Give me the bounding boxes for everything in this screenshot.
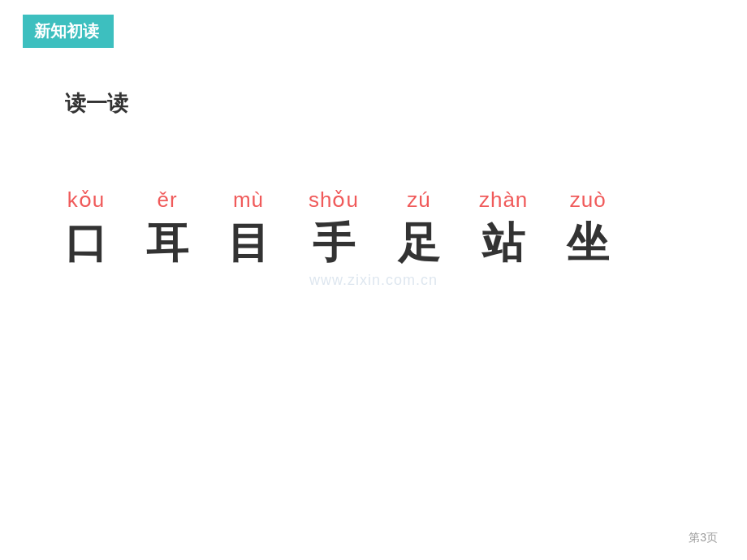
pinyin-6: zuò — [570, 187, 607, 214]
hanzi-5: 站 — [482, 218, 525, 268]
char-item-4: zú足 — [398, 187, 440, 268]
page-number: 第3页 — [689, 531, 718, 545]
pinyin-1: ěr — [157, 187, 177, 214]
char-item-2: mù目 — [227, 187, 270, 268]
pinyin-4: zú — [407, 187, 430, 214]
hanzi-1: 耳 — [146, 218, 188, 268]
character-list: kǒu口ěr耳mù目shǒu手zú足zhàn站zuò坐 — [65, 187, 609, 268]
hanzi-6: 坐 — [567, 218, 609, 268]
section-title: 读一读 — [65, 89, 128, 118]
pinyin-5: zhàn — [479, 187, 528, 214]
hanzi-4: 足 — [398, 218, 440, 268]
header-badge: 新知初读 — [23, 15, 114, 48]
pinyin-0: kǒu — [67, 187, 105, 214]
char-item-0: kǒu口 — [65, 187, 107, 268]
char-item-6: zuò坐 — [567, 187, 609, 268]
watermark: www.zixin.com.cn — [309, 272, 438, 289]
hanzi-3: 手 — [313, 218, 355, 268]
char-item-5: zhàn站 — [479, 187, 528, 268]
pinyin-3: shǒu — [309, 187, 359, 214]
char-item-1: ěr耳 — [146, 187, 188, 268]
pinyin-2: mù — [233, 187, 264, 214]
hanzi-2: 目 — [227, 218, 270, 268]
header-badge-label: 新知初读 — [34, 20, 99, 42]
hanzi-0: 口 — [65, 218, 107, 268]
char-item-3: shǒu手 — [309, 187, 359, 268]
